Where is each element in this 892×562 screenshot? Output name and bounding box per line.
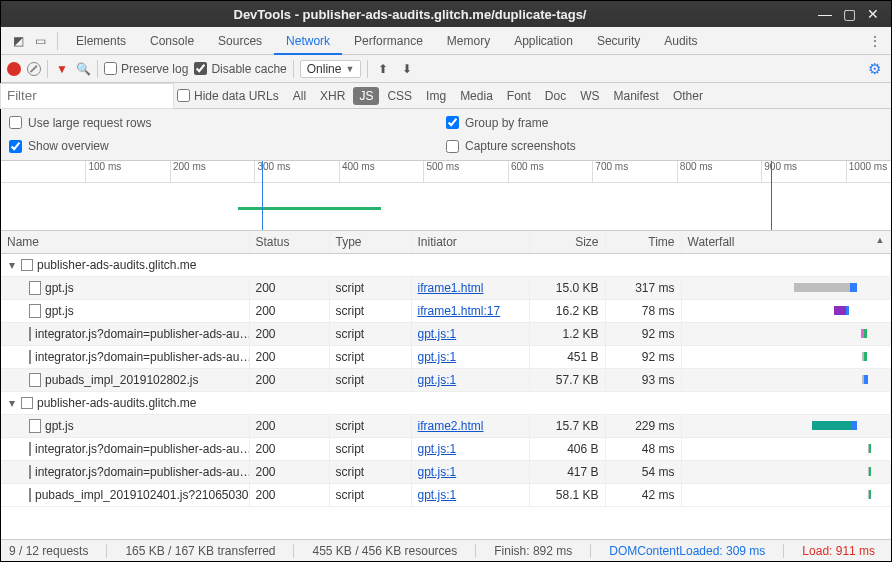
request-row[interactable]: gpt.js200scriptiframe2.html15.7 KB229 ms	[1, 415, 891, 438]
request-name: integrator.js?domain=publisher-ads-au…	[35, 327, 249, 341]
col-type[interactable]: Type	[329, 231, 411, 254]
throttling-select[interactable]: Online▼	[300, 60, 362, 78]
device-toolbar-icon[interactable]: ▭	[29, 34, 51, 48]
request-name: integrator.js?domain=publisher-ads-au…	[35, 465, 249, 479]
timeline-tick: 500 ms	[423, 161, 459, 183]
col-initiator[interactable]: Initiator	[411, 231, 529, 254]
collapse-icon[interactable]: ▾	[7, 258, 17, 272]
hide-data-urls-checkbox[interactable]: Hide data URLs	[177, 89, 279, 103]
initiator-link[interactable]: gpt.js:1	[418, 442, 457, 456]
filter-input[interactable]	[1, 84, 173, 108]
network-table[interactable]: Name Status Type Initiator Size Time Wat…	[1, 231, 891, 539]
timeline-tick: 100 ms	[85, 161, 121, 183]
cell-type: script	[329, 346, 411, 369]
cell-status: 200	[249, 484, 329, 507]
tab-application[interactable]: Application	[502, 27, 585, 55]
status-requests: 9 / 12 requests	[9, 544, 88, 558]
tab-sources[interactable]: Sources	[206, 27, 274, 55]
settings-gear-icon[interactable]: ⚙	[868, 60, 881, 78]
cell-type: script	[329, 438, 411, 461]
filter-type-media[interactable]: Media	[454, 87, 499, 105]
request-row[interactable]: integrator.js?domain=publisher-ads-au…20…	[1, 438, 891, 461]
more-menu-icon[interactable]: ⋮	[865, 34, 885, 48]
timeline-tick: 200 ms	[170, 161, 206, 183]
request-row[interactable]: gpt.js200scriptiframe1.html:1716.2 KB78 …	[1, 300, 891, 323]
cell-waterfall	[681, 484, 891, 507]
col-size[interactable]: Size	[529, 231, 605, 254]
col-waterfall[interactable]: Waterfall▲	[681, 231, 891, 254]
cell-name: integrator.js?domain=publisher-ads-au…	[1, 346, 249, 369]
filter-type-all[interactable]: All	[287, 87, 312, 105]
filter-type-other[interactable]: Other	[667, 87, 709, 105]
filter-type-img[interactable]: Img	[420, 87, 452, 105]
collapse-icon[interactable]: ▾	[7, 396, 17, 410]
inspect-element-icon[interactable]: ◩	[7, 34, 29, 48]
request-row[interactable]: integrator.js?domain=publisher-ads-au…20…	[1, 323, 891, 346]
maximize-button[interactable]: ▢	[837, 6, 861, 22]
filter-type-ws[interactable]: WS	[574, 87, 605, 105]
initiator-link[interactable]: iframe1.html	[418, 281, 484, 295]
tab-elements[interactable]: Elements	[64, 27, 138, 55]
frame-icon	[21, 397, 33, 409]
capture-screenshots-checkbox[interactable]: Capture screenshots	[446, 139, 883, 153]
tab-performance[interactable]: Performance	[342, 27, 435, 55]
initiator-link[interactable]: gpt.js:1	[418, 327, 457, 341]
status-bar: 9 / 12 requests 165 KB / 167 KB transfer…	[1, 539, 891, 561]
initiator-link[interactable]: gpt.js:1	[418, 350, 457, 364]
filter-type-css[interactable]: CSS	[381, 87, 418, 105]
tab-security[interactable]: Security	[585, 27, 652, 55]
frame-group-row[interactable]: ▾publisher-ads-audits.glitch.me	[1, 254, 891, 277]
tab-network[interactable]: Network	[274, 27, 342, 55]
cell-size: 406 B	[529, 438, 605, 461]
cell-waterfall	[681, 346, 891, 369]
cell-status: 200	[249, 277, 329, 300]
file-icon	[29, 327, 31, 341]
cell-status: 200	[249, 369, 329, 392]
close-button[interactable]: ✕	[861, 6, 885, 22]
col-name[interactable]: Name	[1, 231, 249, 254]
initiator-link[interactable]: gpt.js:1	[418, 373, 457, 387]
import-har-icon[interactable]: ⬆	[374, 62, 392, 76]
initiator-link[interactable]: gpt.js:1	[418, 465, 457, 479]
tab-audits[interactable]: Audits	[652, 27, 709, 55]
clear-button[interactable]	[27, 62, 41, 76]
request-row[interactable]: pubads_impl_2019102802.js200scriptgpt.js…	[1, 369, 891, 392]
filter-type-js[interactable]: JS	[353, 87, 379, 105]
col-time[interactable]: Time	[605, 231, 681, 254]
show-overview-checkbox[interactable]: Show overview	[9, 139, 446, 153]
record-button[interactable]	[7, 62, 21, 76]
filter-type-xhr[interactable]: XHR	[314, 87, 351, 105]
cell-name: pubads_impl_2019102802.js	[1, 369, 249, 392]
cell-initiator: gpt.js:1	[411, 346, 529, 369]
tab-console[interactable]: Console	[138, 27, 206, 55]
initiator-link[interactable]: gpt.js:1	[418, 488, 457, 502]
file-icon	[29, 488, 31, 502]
cell-size: 58.1 KB	[529, 484, 605, 507]
minimize-button[interactable]: —	[813, 6, 837, 22]
filter-type-manifest[interactable]: Manifest	[608, 87, 665, 105]
request-row[interactable]: gpt.js200scriptiframe1.html15.0 KB317 ms	[1, 277, 891, 300]
initiator-link[interactable]: iframe2.html	[418, 419, 484, 433]
initiator-link[interactable]: iframe1.html:17	[418, 304, 501, 318]
group-by-frame-checkbox[interactable]: Group by frame	[446, 116, 883, 130]
request-row[interactable]: integrator.js?domain=publisher-ads-au…20…	[1, 346, 891, 369]
filter-toggle-icon[interactable]: ▼	[54, 62, 70, 76]
filter-type-font[interactable]: Font	[501, 87, 537, 105]
search-icon[interactable]: 🔍	[76, 62, 91, 76]
cell-type: script	[329, 415, 411, 438]
preserve-log-checkbox[interactable]: Preserve log	[104, 62, 188, 76]
request-name: integrator.js?domain=publisher-ads-au…	[35, 442, 249, 456]
cell-time: 317 ms	[605, 277, 681, 300]
request-row[interactable]: integrator.js?domain=publisher-ads-au…20…	[1, 461, 891, 484]
request-row[interactable]: pubads_impl_2019102401.js?21065030200scr…	[1, 484, 891, 507]
status-transferred: 165 KB / 167 KB transferred	[125, 544, 275, 558]
col-status[interactable]: Status	[249, 231, 329, 254]
overview-timeline[interactable]: 100 ms200 ms300 ms400 ms500 ms600 ms700 …	[1, 161, 891, 231]
filter-type-doc[interactable]: Doc	[539, 87, 572, 105]
cell-name: integrator.js?domain=publisher-ads-au…	[1, 323, 249, 346]
frame-group-row[interactable]: ▾publisher-ads-audits.glitch.me	[1, 392, 891, 415]
export-har-icon[interactable]: ⬇	[398, 62, 416, 76]
use-large-rows-checkbox[interactable]: Use large request rows	[9, 116, 446, 130]
disable-cache-checkbox[interactable]: Disable cache	[194, 62, 286, 76]
tab-memory[interactable]: Memory	[435, 27, 502, 55]
